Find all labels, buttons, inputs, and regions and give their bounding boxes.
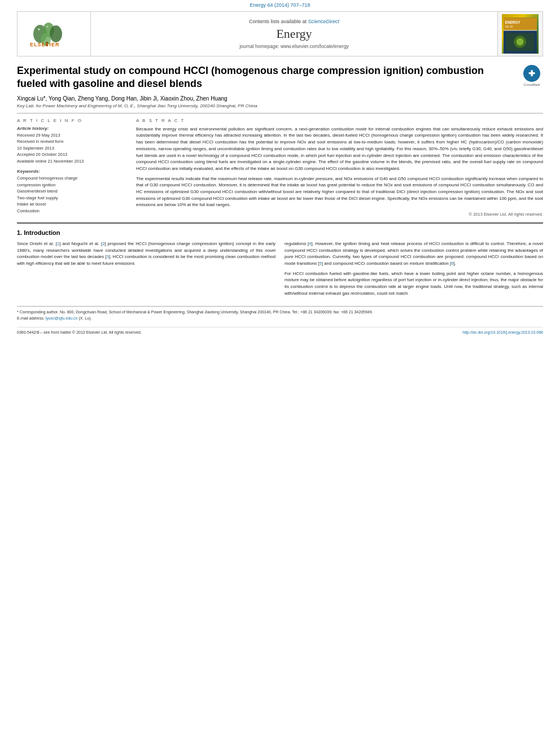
elsevier-logo-section: ELSEVIER: [18, 12, 91, 56]
revised-date: 10 September 2013: [17, 146, 127, 152]
paper-body: Experimental study on compound HCCI (hom…: [17, 64, 543, 334]
abstract-para-2: The experimental results indicate that t…: [136, 176, 543, 208]
keyword-1b: compression ignition: [17, 182, 127, 189]
cover-svg: ENERGY Vol. 64: [504, 16, 537, 54]
intro-two-col: Since Onishi et al. [1] and Noguchi et a…: [17, 241, 543, 300]
intro-para-right-1: regulations [4]. However, the ignition t…: [285, 241, 543, 267]
svg-point-15: [517, 38, 524, 46]
article-info-label: A R T I C L E I N F O: [17, 118, 127, 123]
intro-para-1: Since Onishi et al. [1] and Noguchi et a…: [17, 241, 275, 267]
authors-line: Xingcai Lu*, Yong Qian, Zheng Yang, Dong…: [17, 95, 543, 102]
keyword-4: Intake air boost: [17, 202, 127, 208]
contents-available-line: Contents lists available at ScienceDirec…: [249, 19, 339, 24]
journal-header-center: Contents lists available at ScienceDirec…: [91, 12, 497, 56]
title-section: Experimental study on compound HCCI (hom…: [17, 64, 543, 91]
footnote-email: E-mail address: lyuxc@sjtu.edu.cn (X. Lu…: [17, 316, 543, 321]
abstract-section: A B S T R A C T Because the energy crisi…: [136, 118, 543, 217]
keyword-3: Two-stage fuel supply: [17, 195, 127, 202]
footnote-corresponding: * Corresponding author. No. 800, Dongchu…: [17, 309, 543, 315]
cover-image: ENERGY Vol. 64: [502, 14, 539, 54]
svg-point-5: [38, 28, 40, 30]
affiliation: Key Lab. for Power Machinery and Enginee…: [17, 103, 543, 108]
history-label: Article history:: [17, 126, 127, 131]
accepted-date: Accepted 20 October 2013: [17, 152, 127, 158]
article-info: A R T I C L E I N F O Article history: R…: [17, 118, 127, 217]
abstract-label: A B S T R A C T: [136, 118, 543, 123]
footer-issn: 0360-5442/$ – see front matter © 2013 El…: [17, 330, 142, 334]
footnotes: * Corresponding author. No. 800, Dongchu…: [17, 306, 543, 322]
journal-cover: ENERGY Vol. 64: [497, 12, 542, 56]
intro-col-right: regulations [4]. However, the ignition t…: [285, 241, 543, 300]
journal-header: ELSEVIER Contents lists available at Sci…: [17, 11, 543, 56]
crossmark-badge[interactable]: ✚ CrossMark: [520, 64, 543, 87]
elsevier-logo-svg: ELSEVIER: [29, 21, 80, 47]
divider-1: [17, 113, 543, 113]
sciencedirect-link[interactable]: ScienceDirect: [308, 19, 340, 24]
abstract-para-1: Because the energy crisis and environmen…: [136, 126, 543, 172]
keyword-1: Compound homogenous charge: [17, 176, 127, 182]
divider-thick: [17, 222, 543, 224]
journal-title: Energy: [276, 27, 312, 41]
keywords-label: Keywords:: [17, 169, 127, 174]
svg-point-2: [50, 25, 62, 42]
abstract-text: Because the energy crisis and environmen…: [136, 126, 543, 208]
elsevier-logo: ELSEVIER: [29, 21, 80, 47]
svg-text:ELSEVIER: ELSEVIER: [30, 42, 60, 47]
intro-col-left: Since Onishi et al. [1] and Noguchi et a…: [17, 241, 275, 300]
paper-title: Experimental study on compound HCCI (hom…: [17, 64, 543, 91]
svg-text:Vol. 64: Vol. 64: [505, 25, 513, 28]
footnote-email-address[interactable]: lyuxc@sjtu.edu.cn: [46, 316, 78, 320]
introduction-section: 1. Introduction Since Onishi et al. [1] …: [17, 229, 543, 300]
available-date: Available online 21 November 2013: [17, 159, 127, 165]
crossmark-label: CrossMark: [523, 83, 540, 86]
keyword-5: Combustion: [17, 208, 127, 215]
journal-homepage: journal homepage: www.elsevier.com/locat…: [239, 43, 349, 49]
keyword-2: Gasoline/diesel blend: [17, 189, 127, 195]
copyright: © 2013 Elsevier Ltd. All rights reserved…: [136, 212, 543, 217]
svg-text:ENERGY: ENERGY: [505, 20, 521, 24]
intro-para-right-2: For HCCI combustion fueled with gasoline…: [285, 270, 543, 297]
article-info-abstract: A R T I C L E I N F O Article history: R…: [17, 118, 543, 217]
crossmark-icon: ✚: [528, 69, 535, 78]
svg-point-6: [46, 25, 48, 27]
crossmark-circle: ✚: [523, 65, 540, 82]
intro-heading: 1. Introduction: [17, 229, 543, 236]
footer-doi[interactable]: http://dx.doi.org/10.1016/j.energy.2013.…: [462, 330, 543, 334]
footer: 0360-5442/$ – see front matter © 2013 El…: [17, 327, 543, 334]
journal-reference: Energy 64 (2014) 707–718: [0, 0, 560, 9]
received-date: Received 29 May 2013: [17, 133, 127, 139]
received-revised-label: Received in revised form: [17, 139, 127, 145]
